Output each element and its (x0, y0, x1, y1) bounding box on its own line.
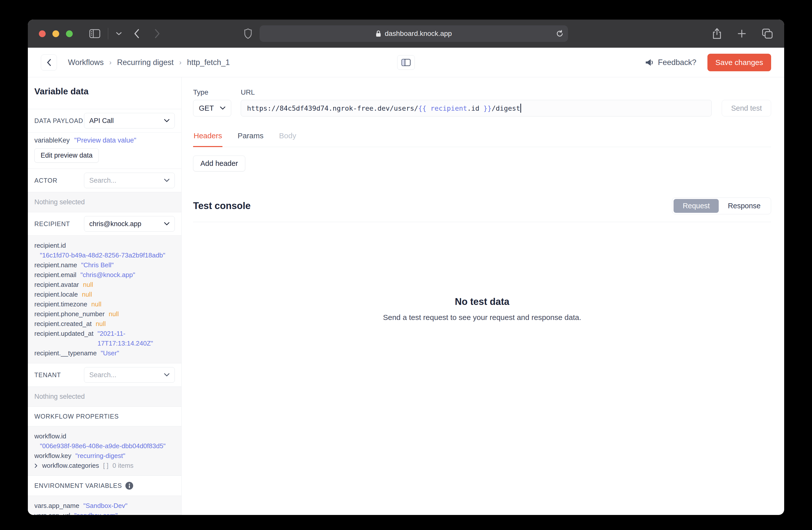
tab-headers[interactable]: Headers (193, 131, 222, 147)
privacy-shield-icon[interactable] (244, 28, 252, 39)
actor-empty-state: Nothing selected (28, 192, 181, 212)
zoom-window-button[interactable] (66, 30, 73, 37)
url-part: }} (479, 104, 492, 112)
field-key: recipient.avatar (34, 280, 79, 290)
browser-forward-icon (155, 29, 160, 38)
preview-data-section: variableKey "Preview data value" Edit pr… (28, 132, 181, 169)
chevron-down-icon (220, 107, 226, 110)
field-row: recipient.name"Chris Bell" (34, 260, 175, 270)
field-row: recipient.email"chris@knock.app" (34, 270, 175, 280)
url-label: URL (241, 88, 771, 96)
field-key: vars.app_name (34, 501, 79, 511)
chevron-right-icon[interactable] (34, 463, 38, 468)
field-row: recipient.phone_numbernull (34, 309, 175, 319)
field-key: recipient.__typename (34, 348, 97, 358)
feedback-button[interactable]: Feedback? (645, 58, 696, 67)
field-value: null (96, 319, 105, 329)
method-select[interactable]: GET (193, 100, 231, 116)
field-value: "16c1fd70-b49a-48d2-8256-73a2b9f18adb" (34, 250, 175, 260)
preview-key: variableKey (34, 137, 70, 144)
add-header-button[interactable]: Add header (193, 156, 245, 171)
window-controls (39, 30, 73, 37)
chevron-down-icon[interactable] (116, 32, 122, 36)
tenant-row: TENANT Search... (28, 363, 181, 387)
field-value: "2021-11-17T17:13:14.240Z" (98, 329, 175, 348)
panel-layout-icon (401, 59, 411, 66)
request-editor: Type GET URL https://84c5df439d74.ngrok-… (182, 77, 784, 515)
data-payload-select[interactable]: API Call (84, 113, 175, 128)
tab-params[interactable]: Params (237, 131, 264, 147)
back-button[interactable] (41, 54, 57, 70)
method-group: Type GET (193, 88, 231, 116)
field-row[interactable]: workflow.categories[ ]0 items (34, 461, 175, 471)
field-row: recipient.timezonenull (34, 299, 175, 309)
actor-select[interactable]: Search... (84, 173, 175, 188)
field-value: [ ] (103, 461, 108, 471)
share-icon[interactable] (712, 28, 722, 39)
field-key: recipient.name (34, 260, 77, 270)
recipient-select[interactable]: chris@knock.app (84, 216, 175, 232)
send-test-button[interactable]: Send test (722, 100, 771, 116)
breadcrumb: Workflows›Recurring digest›http_fetch_1 (68, 58, 230, 67)
new-tab-icon[interactable] (738, 29, 746, 38)
browser-sidebar-toggle-icon[interactable] (89, 29, 100, 38)
actor-label: ACTOR (34, 177, 57, 184)
field-value: null (83, 280, 93, 290)
tenant-select[interactable]: Search... (84, 367, 175, 383)
browser-titlebar: dashboard.knock.app (28, 19, 784, 48)
field-row: recipient.__typename"User" (34, 348, 175, 358)
url-group: URL https://84c5df439d74.ngrok-free.dev/… (241, 88, 771, 116)
reload-icon[interactable] (556, 30, 564, 37)
toggle-response[interactable]: Response (719, 199, 770, 213)
breadcrumb-separator: › (109, 58, 111, 67)
field-row: workflow.key"recurring-digest" (34, 451, 175, 461)
field-key: workflow.categories (42, 461, 99, 471)
field-row: vars.app_url"sandbox.com" (34, 511, 175, 515)
field-key: recipient.id (34, 241, 66, 250)
address-bar[interactable]: dashboard.knock.app (260, 25, 568, 42)
chevron-down-icon (164, 373, 170, 377)
actor-row: ACTOR Search... (28, 169, 181, 192)
toggle-request[interactable]: Request (673, 199, 719, 213)
recipient-fields: recipient.id"16c1fd70-b49a-48d2-8256-73a… (28, 235, 181, 363)
chevron-down-icon (164, 179, 170, 182)
field-value: null (82, 290, 92, 299)
field-key: recipient.updated_at (34, 329, 93, 338)
feedback-label: Feedback? (658, 58, 696, 67)
save-changes-button[interactable]: Save changes (707, 54, 771, 71)
field-row: recipient.localenull (34, 290, 175, 299)
data-payload-row: DATA PAYLOAD API Call (28, 109, 181, 132)
field-key: recipient.timezone (34, 299, 87, 309)
field-key: vars.app_url (34, 511, 70, 515)
recipient-label: RECIPIENT (34, 220, 70, 228)
empty-state-title: No test data (193, 296, 771, 307)
url-input[interactable]: https://84c5df439d74.ngrok-free.dev/user… (241, 100, 712, 116)
field-key: recipient.phone_number (34, 309, 105, 319)
field-value: "Chris Bell" (81, 260, 114, 270)
chevron-left-icon (47, 59, 51, 66)
field-row: recipient.id (34, 241, 175, 250)
field-key: workflow.key (34, 451, 71, 461)
tab-body[interactable]: Body (279, 131, 297, 147)
tenant-label: TENANT (34, 372, 61, 379)
field-value: "User" (101, 348, 119, 358)
titlebar-divider (108, 28, 108, 39)
chevron-down-icon (164, 119, 170, 123)
close-window-button[interactable] (39, 30, 46, 37)
url-part: https://84c5df439d74.ngrok-free.dev/user… (247, 104, 418, 112)
sidebar-title: Variable data (28, 77, 181, 109)
edit-preview-data-button[interactable]: Edit preview data (34, 148, 99, 163)
empty-state-message: Send a test request to see your request … (193, 313, 771, 322)
breadcrumb-item[interactable]: Recurring digest (117, 58, 174, 67)
breadcrumb-separator: › (179, 58, 181, 67)
info-icon[interactable] (126, 482, 133, 490)
panel-toggle-button[interactable] (397, 55, 415, 70)
field-row: recipient.avatarnull (34, 280, 175, 290)
field-value: "recurring-digest" (75, 451, 125, 461)
field-key: recipient.created_at (34, 319, 91, 329)
tab-overview-icon[interactable] (762, 29, 773, 39)
minimize-window-button[interactable] (53, 30, 59, 37)
megaphone-icon (645, 59, 654, 66)
browser-back-icon[interactable] (134, 29, 140, 38)
breadcrumb-item[interactable]: Workflows (68, 58, 104, 67)
